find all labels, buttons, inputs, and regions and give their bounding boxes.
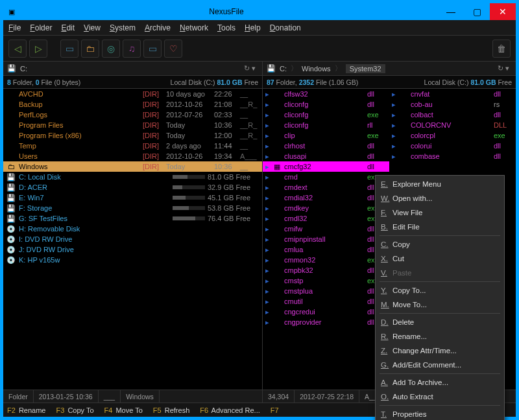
menu-folder[interactable]: Folder	[30, 23, 52, 32]
list-item[interactable]: ▸▦ cob-aurs	[389, 99, 516, 110]
music-icon[interactable]: ♫	[123, 40, 141, 58]
ctx-delete[interactable]: D.Delete	[376, 315, 504, 329]
list-item[interactable]: ▸▦ cnvfatdll	[389, 89, 516, 99]
fn-f7[interactable]: F7	[271, 406, 280, 414]
ctx-copy[interactable]: C.Copy	[376, 237, 504, 251]
list-item[interactable]: 💾 E: Win7 45.1 GB Free	[3, 192, 262, 203]
menu-tools[interactable]: Tools	[217, 23, 235, 32]
list-item[interactable]: 💾 C: Local Disk 81.0 GB Free	[3, 172, 262, 182]
list-item[interactable]: ▸▦ cmdexe	[263, 172, 389, 182]
list-item[interactable]: ▸▦ cliconfgrll	[263, 120, 389, 130]
list-item[interactable]: ▸▦ cmdextdll	[263, 182, 389, 192]
list-item[interactable]: 💿 K: HP v165w	[3, 255, 262, 265]
list-item[interactable]: ▸▦ cliconfgdll	[263, 99, 389, 110]
list-item[interactable]: ▸▦ cmutildll	[263, 296, 389, 307]
trash-icon[interactable]: 🗑	[492, 40, 511, 58]
file-icon: ▦	[272, 235, 282, 244]
ctx-copy-to-[interactable]: Y.Copy To...	[376, 283, 504, 298]
list-item[interactable]: 💾 F: Storage 53.8 GB Free	[3, 203, 262, 213]
ctx-explorer-menu[interactable]: E.Explorer Menu	[376, 177, 504, 191]
list-item[interactable]: 🗀 Users [DIR] 2012-10-26 19:34 A___	[3, 151, 262, 161]
refresh-icon[interactable]: ↻ ▾	[241, 64, 258, 73]
ctx-view-file[interactable]: F.View File	[376, 205, 504, 220]
favorite-icon[interactable]: ♡	[164, 40, 182, 58]
menu-system[interactable]: System	[110, 23, 136, 32]
menu-network[interactable]: Network	[180, 23, 208, 32]
titlebar[interactable]: ▣ NexusFile — ▢ ✕	[3, 3, 516, 20]
list-item[interactable]: 💿 H: Removable Disk	[3, 224, 262, 234]
list-item[interactable]: ▸▦ coloruidll	[389, 141, 516, 151]
menu-edit[interactable]: Edit	[61, 23, 75, 32]
menu-file[interactable]: File	[8, 23, 21, 32]
list-item[interactable]: ▸▦ cmpbk32dll	[263, 265, 389, 275]
list-item[interactable]: 🗀 AVCHD [DIR] 10 days ago 22:26 __	[3, 89, 262, 99]
list-item[interactable]: ▸▦ cmstpluadll	[263, 286, 389, 296]
list-item[interactable]: 🗀 Program Files [DIR] Today 10:36 __R_	[3, 120, 262, 130]
ctx-properties[interactable]: T.Properties	[376, 407, 504, 420]
list-item[interactable]: ▸▦ colorcplexe	[389, 130, 516, 141]
list-item[interactable]: ▸▦ COLORCNVDLL	[389, 120, 516, 130]
fn-f5[interactable]: F5 Refresh	[153, 406, 189, 414]
folder-icon[interactable]: 🗀	[81, 40, 99, 58]
left-filelist[interactable]: 🗀 AVCHD [DIR] 10 days ago 22:26 __🗀 Back…	[3, 89, 262, 390]
fn-f3[interactable]: F3 Copy To	[56, 406, 93, 414]
minimize-button[interactable]: —	[438, 3, 464, 20]
list-item[interactable]: ▸▦ clfsw32dll	[263, 89, 389, 99]
list-item[interactable]: ▸▦ cmluadll	[263, 244, 389, 255]
ctx-auto-extract[interactable]: O.Auto Extract	[376, 390, 504, 404]
ctx-add-to-archive-[interactable]: A.Add To Archive...	[376, 375, 504, 390]
list-item[interactable]: ▸▦ clusapidll	[263, 151, 389, 161]
menu-donation[interactable]: Donation	[270, 23, 301, 32]
ctx-add-edit-comment-[interactable]: G.Add/Edit Comment...	[376, 358, 504, 372]
list-item[interactable]: ▸▦ cmcfg32dll	[263, 161, 389, 172]
disk-icon[interactable]: ▭	[143, 40, 162, 58]
list-item[interactable]: 💾 D: ACER 32.9 GB Free	[3, 182, 262, 192]
left-breadcrumb[interactable]: 💾 C: ↻ ▾	[3, 62, 262, 76]
list-item[interactable]: ▸▦ cmifwdll	[263, 224, 389, 234]
ctx-cut[interactable]: X.Cut	[376, 251, 504, 266]
list-item[interactable]: 🗀 Temp [DIR] 2 days ago 11:44 __	[3, 141, 262, 151]
list-item[interactable]: ▸▦ cngcreduidll	[263, 307, 389, 317]
ctx-rename-[interactable]: R.Rename...	[376, 329, 504, 344]
list-item[interactable]: 🗀 Windows [DIR] Today 10:36 __	[3, 161, 262, 172]
close-button[interactable]: ✕	[490, 3, 516, 20]
list-item[interactable]: ▸▦ cmstpexe	[263, 275, 389, 286]
list-item[interactable]: 💾 G: SF TestFiles 76.4 GB Free	[3, 213, 262, 224]
archive-icon[interactable]: ◎	[102, 40, 120, 58]
list-item[interactable]: ▸▦ colbactdll	[389, 110, 516, 120]
context-menu[interactable]: E.Explorer MenuW.Open with...F.View File…	[375, 175, 505, 420]
list-item[interactable]: ▸▦ clipexe	[263, 130, 389, 141]
ctx-change-attr-time-[interactable]: Z.Change Attr/Time...	[376, 344, 504, 358]
list-item[interactable]: ▸▦ combasedll	[389, 151, 516, 161]
nav-forward-button[interactable]: ▷	[29, 40, 47, 58]
maximize-button[interactable]: ▢	[464, 3, 490, 20]
list-item[interactable]: 🗀 Program Files (x86) [DIR] Today 12:00 …	[3, 130, 262, 141]
list-item[interactable]: ▸▦ cliconfgexe	[263, 110, 389, 120]
list-item[interactable]: 💿 J: DVD RW Drive	[3, 244, 262, 255]
list-item[interactable]: 🗀 Backup [DIR] 2012-10-26 21:08 __R_	[3, 99, 262, 110]
list-item[interactable]: ▸▦ cmdkeyexe	[263, 203, 389, 213]
list-item[interactable]: ▸▦ clrhostdll	[263, 141, 389, 151]
list-item[interactable]: ▸▦ cmdial32dll	[263, 192, 389, 203]
refresh-icon[interactable]: ↻ ▾	[495, 64, 512, 73]
drive-icon: 💾	[267, 64, 276, 73]
fn-f2[interactable]: F2 Rename	[7, 406, 45, 414]
ctx-move-to-[interactable]: M.Move To...	[376, 298, 504, 312]
view-icon[interactable]: ▭	[60, 40, 78, 58]
list-item[interactable]: ▸▦ cmmon32exe	[263, 255, 389, 265]
menu-view[interactable]: View	[84, 23, 101, 32]
fn-f6[interactable]: F6 Advanced Re...	[200, 406, 260, 414]
list-item[interactable]: ▸▦ cmipnpinstalldll	[263, 234, 389, 244]
menu-archive[interactable]: Archive	[145, 23, 171, 32]
list-item[interactable]: 💿 I: DVD RW Drive	[3, 234, 262, 244]
list-item[interactable]: 🗀 PerfLogs [DIR] 2012-07-26 02:33 __	[3, 110, 262, 120]
fn-f4[interactable]: F4 Move To	[104, 406, 143, 414]
ctx-edit-file[interactable]: B.Edit File	[376, 220, 504, 234]
file-icon: ▦	[398, 90, 409, 99]
ctx-open-with-[interactable]: W.Open with...	[376, 191, 504, 205]
menu-help[interactable]: Help	[245, 23, 261, 32]
right-breadcrumb[interactable]: 💾 C: 〉 Windows 〉 System32 ↻ ▾	[263, 62, 516, 76]
list-item[interactable]: ▸▦ cngproviderdll	[263, 317, 389, 327]
nav-back-button[interactable]: ◁	[8, 40, 27, 58]
list-item[interactable]: ▸▦ cmdl32exe	[263, 213, 389, 224]
